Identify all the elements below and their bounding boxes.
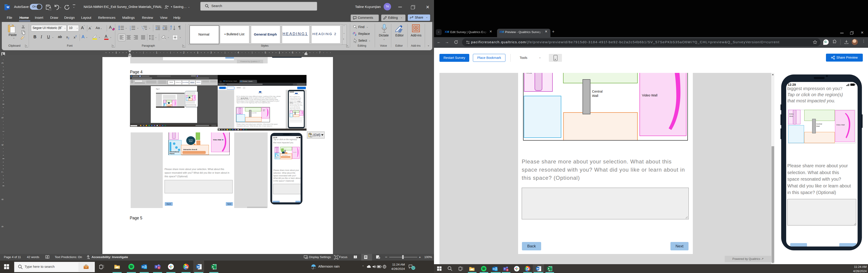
svg-text:T: T — [504, 268, 506, 270]
svg-text:i: i — [143, 29, 144, 30]
svg-text:2: 2 — [130, 27, 131, 29]
svg-text:O: O — [142, 266, 144, 268]
svg-text:X: X — [548, 267, 550, 270]
svg-text:1: 1 — [142, 26, 143, 27]
svg-text:a: a — [143, 27, 143, 29]
svg-text:T: T — [156, 266, 157, 268]
svg-text:1: 1 — [130, 26, 131, 27]
svg-text:O: O — [493, 268, 495, 270]
svg-text:W: W — [536, 267, 539, 270]
svg-text:3: 3 — [130, 29, 131, 30]
svg-text:W: W — [197, 266, 199, 268]
svg-text:X: X — [212, 266, 214, 268]
